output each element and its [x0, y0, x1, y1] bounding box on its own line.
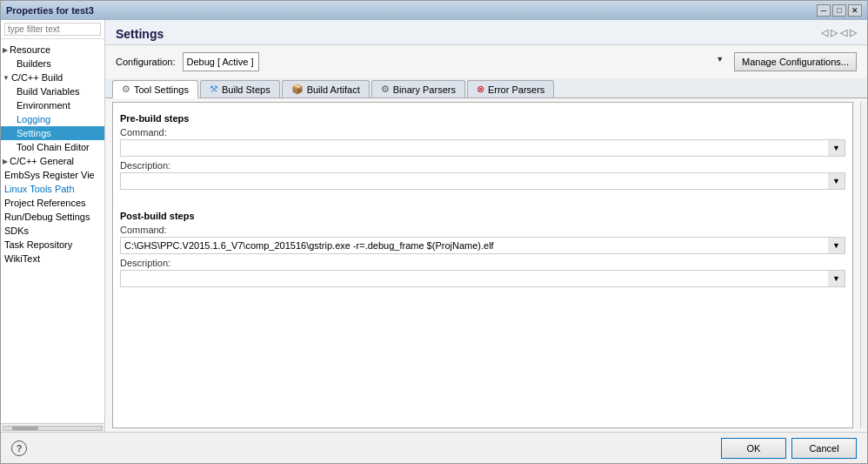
build-artifact-icon: 📦 — [291, 84, 304, 95]
sidebar-item-environment[interactable]: Environment — [1, 98, 104, 112]
sidebar-item-sdks-label: SDKs — [4, 225, 29, 236]
main-vertical-scrollbar[interactable] — [860, 102, 867, 428]
tab-build-artifact[interactable]: 📦 Build Artifact — [282, 80, 370, 98]
sidebar-item-build-variables-label: Build Variables — [17, 86, 80, 97]
pre-build-command-wrapper: ▼ — [120, 139, 845, 157]
window-controls: ─ □ ✕ — [817, 4, 862, 17]
pre-build-command-input[interactable] — [120, 139, 845, 157]
tab-binary-parsers-label: Binary Parsers — [393, 84, 456, 95]
sidebar-item-run-debug[interactable]: Run/Debug Settings — [1, 210, 104, 224]
sidebar-item-sdks[interactable]: SDKs — [1, 224, 104, 238]
sidebar-item-builders[interactable]: Builders — [1, 57, 104, 71]
post-build-command-wrapper: ▼ — [120, 237, 845, 254]
sidebar-item-settings-label: Settings — [17, 128, 51, 138]
main-window: Properties for test3 ─ □ ✕ ▶ Resource Bu… — [0, 0, 868, 464]
minimize-button[interactable]: ─ — [817, 4, 831, 17]
sidebar-item-run-debug-label: Run/Debug Settings — [4, 212, 90, 222]
config-select-wrapper: Debug [ Active ] — [183, 52, 728, 71]
cancel-button[interactable]: Cancel — [791, 438, 857, 459]
binary-parsers-icon: ⚙ — [381, 84, 390, 95]
sidebar-item-builders-label: Builders — [17, 58, 51, 69]
settings-header: Settings ◁ ▷ ◁ ▷ — [105, 20, 867, 45]
error-parsers-icon: ⊗ — [477, 84, 484, 95]
pre-build-command-label: Command: — [120, 127, 845, 138]
tab-build-steps[interactable]: ⚒ Build Steps — [200, 80, 280, 98]
bottom-bar: ? OK Cancel — [1, 432, 867, 463]
post-build-description-label: Description: — [120, 258, 845, 268]
right-panel: Settings ◁ ▷ ◁ ▷ Configuration: Debug [ … — [105, 20, 867, 432]
post-build-description-wrapper: ▼ — [120, 270, 845, 287]
sidebar-filter-input[interactable] — [4, 23, 101, 36]
tool-settings-icon: ⚙ — [122, 84, 130, 95]
window-title: Properties for test3 — [6, 5, 94, 16]
sidebar-scroll-area: ▶ Resource Builders ▼ C/C++ Build Build … — [1, 39, 104, 423]
config-row: Configuration: Debug [ Active ] Manage C… — [105, 45, 867, 78]
sidebar-item-wikitext-label: WikiText — [4, 253, 40, 264]
pre-build-description-input[interactable] — [120, 172, 845, 190]
sidebar-item-build-variables[interactable]: Build Variables — [1, 84, 104, 98]
close-button[interactable]: ✕ — [848, 4, 862, 17]
pre-build-title: Pre-build steps — [120, 113, 845, 124]
sidebar-item-wikitext[interactable]: WikiText — [1, 252, 104, 266]
sidebar-item-embsys-label: EmbSys Register Vie — [4, 170, 95, 180]
pre-build-description-dropdown[interactable]: ▼ — [828, 172, 845, 190]
pre-build-description-label: Description: — [120, 160, 845, 171]
resource-arrow: ▶ — [3, 46, 8, 54]
main-content: ▶ Resource Builders ▼ C/C++ Build Build … — [1, 20, 867, 432]
post-build-command-input[interactable] — [120, 237, 845, 254]
post-build-description-dropdown[interactable]: ▼ — [828, 270, 845, 287]
cc-build-arrow: ▼ — [3, 74, 10, 82]
sidebar-item-logging[interactable]: Logging — [1, 112, 104, 126]
sidebar-item-cc-build[interactable]: ▼ C/C++ Build — [1, 71, 104, 84]
content-scroll-wrapper: Pre-build steps Command: ▼ Description: … — [105, 98, 867, 432]
nav-arrows[interactable]: ◁ ▷ ◁ ▷ — [821, 27, 857, 38]
sidebar-item-environment-label: Environment — [17, 100, 70, 111]
config-label: Configuration: — [116, 57, 176, 67]
sidebar-item-tool-chain-editor-label: Tool Chain Editor — [17, 142, 90, 152]
sidebar-item-resource-label: Resource — [10, 44, 50, 55]
tab-build-artifact-label: Build Artifact — [307, 84, 360, 95]
sidebar-item-task-repo[interactable]: Task Repository — [1, 238, 104, 252]
hscroll-thumb — [12, 427, 38, 430]
sidebar-item-linux-tools-label: Linux Tools Path — [4, 184, 75, 194]
ok-button[interactable]: OK — [721, 438, 786, 459]
sidebar-item-tool-chain-editor[interactable]: Tool Chain Editor — [1, 140, 104, 154]
sidebar-item-cc-build-label: C/C++ Build — [11, 72, 63, 83]
sidebar-item-cc-general[interactable]: ▶ C/C++ General — [1, 154, 104, 168]
tab-error-parsers[interactable]: ⊗ Error Parsers — [467, 80, 554, 98]
post-build-description-input[interactable] — [120, 270, 845, 287]
tab-tool-settings[interactable]: ⚙ Tool Settings — [112, 80, 198, 98]
sidebar-item-task-repo-label: Task Repository — [4, 239, 72, 250]
tab-tool-settings-label: Tool Settings — [134, 84, 189, 95]
sidebar-item-cc-general-label: C/C++ General — [10, 156, 74, 166]
sidebar-item-resource[interactable]: ▶ Resource — [1, 43, 104, 57]
maximize-button[interactable]: □ — [832, 4, 846, 17]
sidebar: ▶ Resource Builders ▼ C/C++ Build Build … — [1, 20, 105, 432]
sidebar-item-linux-tools[interactable]: Linux Tools Path — [1, 182, 104, 196]
content-area: Pre-build steps Command: ▼ Description: … — [112, 102, 853, 428]
sidebar-item-logging-label: Logging — [17, 114, 50, 124]
pre-build-description-wrapper: ▼ — [120, 172, 845, 190]
post-build-command-dropdown[interactable]: ▼ — [828, 237, 845, 254]
tab-error-parsers-label: Error Parsers — [488, 84, 544, 95]
post-build-command-label: Command: — [120, 225, 845, 235]
manage-configurations-button[interactable]: Manage Configurations... — [734, 52, 857, 71]
section-separator — [120, 193, 845, 207]
config-select[interactable]: Debug [ Active ] — [183, 52, 259, 71]
help-symbol: ? — [17, 443, 23, 454]
sidebar-item-embsys[interactable]: EmbSys Register Vie — [1, 168, 104, 182]
build-steps-icon: ⚒ — [210, 84, 218, 95]
pre-build-command-dropdown[interactable]: ▼ — [828, 139, 845, 157]
tab-build-steps-label: Build Steps — [222, 84, 270, 95]
sidebar-item-settings[interactable]: Settings — [1, 126, 104, 140]
cc-general-arrow: ▶ — [3, 158, 8, 165]
settings-title: Settings — [116, 27, 164, 41]
help-button[interactable]: ? — [11, 440, 27, 456]
tab-binary-parsers[interactable]: ⚙ Binary Parsers — [371, 80, 465, 98]
sidebar-item-project-refs[interactable]: Project References — [1, 196, 104, 210]
sidebar-item-project-refs-label: Project References — [4, 198, 86, 208]
post-build-title: Post-build steps — [120, 211, 845, 221]
title-bar: Properties for test3 ─ □ ✕ — [1, 1, 867, 20]
hscroll-track — [3, 426, 103, 431]
sidebar-horizontal-scrollbar[interactable] — [1, 423, 104, 432]
